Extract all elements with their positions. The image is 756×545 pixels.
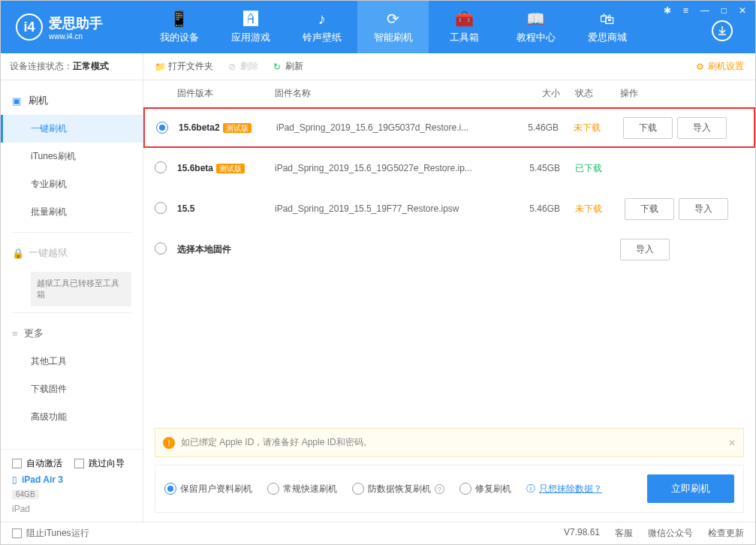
firmware-row[interactable]: 15.6beta测试版 iPad_Spring_2019_15.6_19G502…	[143, 148, 755, 188]
hamburger-icon: ≡	[12, 328, 18, 339]
open-folder-button[interactable]: 📁 打开文件夹	[155, 60, 213, 73]
device-info: 自动激活 跳过向导 ▯ iPad Air 3 64GB iPad	[1, 449, 143, 522]
toolbar: 📁 打开文件夹 ⊘ 删除 ↻ 刷新 ⚙ 刷机设置	[143, 53, 755, 80]
option-normal[interactable]: 常规快速刷机	[267, 483, 337, 495]
col-name: 固件名称	[275, 87, 504, 100]
app-title: 爱思助手	[49, 14, 103, 32]
folder-icon: 📁	[155, 62, 165, 72]
flash-settings-button[interactable]: ⚙ 刷机设置	[694, 60, 744, 73]
firmware-row[interactable]: 15.5 iPad_Spring_2019_15.5_19F77_Restore…	[143, 188, 755, 229]
delete-button: ⊘ 删除	[227, 60, 258, 73]
import-button[interactable]: 导入	[620, 239, 670, 260]
sidebar: 设备连接状态： 正常模式 ▣ 刷机 一键刷机iTunes刷机专业刷机批量刷机 🔒…	[1, 53, 143, 522]
sidebar-item-flash-1[interactable]: iTunes刷机	[1, 143, 143, 170]
beta-badge: 测试版	[223, 123, 251, 133]
sidebar-item-flash-0[interactable]: 一键刷机	[1, 115, 143, 143]
firmware-row[interactable]: 15.6beta2测试版 iPad_Spring_2019_15.6_19G50…	[143, 107, 755, 148]
nav-icon: 📖	[527, 10, 545, 28]
flash-options: 保留用户资料刷机 常规快速刷机 防数据恢复刷机 ? 修复刷机 ⓘ 只想抹除数据？…	[155, 465, 744, 513]
maximize-icon[interactable]: □	[718, 4, 730, 17]
phone-icon: ▣	[12, 95, 23, 106]
list-icon[interactable]: ≡	[680, 4, 691, 17]
device-name[interactable]: iPad Air 3	[22, 474, 63, 485]
sidebar-item-flash-2[interactable]: 专业刷机	[1, 170, 143, 198]
sidebar-jailbreak: 🔒 一键越狱	[1, 239, 143, 267]
menu-icon[interactable]: ✱	[661, 4, 674, 17]
jailbreak-note: 越狱工具已转移至工具箱	[31, 272, 131, 306]
delete-icon: ⊘	[227, 62, 237, 72]
col-version: 固件版本	[177, 87, 275, 100]
firmware-radio[interactable]	[155, 242, 167, 254]
erase-link[interactable]: ⓘ 只想抹除数据？	[526, 483, 602, 495]
firmware-row[interactable]: 选择本地固件 导入	[143, 229, 755, 269]
nav-icon: 🛍	[598, 10, 616, 28]
nav-tab-5[interactable]: 📖教程中心	[500, 1, 571, 53]
close-notice-icon[interactable]: ✕	[728, 438, 736, 448]
nav-icon: ♪	[313, 10, 331, 28]
nav-icon: ⟳	[384, 10, 402, 28]
wechat-link[interactable]: 微信公众号	[648, 527, 693, 540]
nav-tab-3[interactable]: ⟳智能刷机	[357, 1, 429, 53]
download-indicator-icon[interactable]	[712, 20, 733, 41]
block-itunes-label: 阻止iTunes运行	[26, 527, 89, 540]
nav-tabs: 📱我的设备🅰应用游戏♪铃声壁纸⟳智能刷机🧰工具箱📖教程中心🛍爱思商城	[143, 1, 643, 53]
version-label: V7.98.61	[564, 527, 600, 540]
col-size: 大小	[504, 87, 560, 100]
auto-activate-checkbox[interactable]	[12, 459, 22, 468]
nav-tab-4[interactable]: 🧰工具箱	[429, 1, 500, 53]
firmware-radio[interactable]	[155, 202, 167, 214]
nav-tab-1[interactable]: 🅰应用游戏	[215, 1, 286, 53]
firmware-radio[interactable]	[155, 161, 167, 173]
warning-icon: !	[163, 437, 175, 449]
sidebar-item-more-2[interactable]: 高级功能	[1, 403, 143, 431]
refresh-icon: ↻	[272, 62, 282, 72]
skip-guide-checkbox[interactable]	[74, 459, 84, 468]
main-panel: 📁 打开文件夹 ⊘ 删除 ↻ 刷新 ⚙ 刷机设置 固件版本 固件名称 大小 状态…	[143, 53, 755, 522]
sidebar-flash-title[interactable]: ▣ 刷机	[1, 86, 143, 115]
option-keep-data[interactable]: 保留用户资料刷机	[164, 483, 252, 495]
info-icon: ⓘ	[526, 483, 535, 495]
option-recover[interactable]: 防数据恢复刷机 ?	[352, 483, 444, 495]
connection-status: 设备连接状态： 正常模式	[1, 53, 143, 80]
sidebar-more[interactable]: ≡ 更多	[1, 319, 143, 348]
col-action: 操作	[620, 87, 744, 100]
block-itunes-checkbox[interactable]	[12, 528, 22, 538]
logo: i4 爱思助手 www.i4.cn	[1, 14, 143, 41]
service-link[interactable]: 客服	[615, 527, 633, 540]
storage-badge: 64GB	[12, 489, 39, 499]
nav-icon: 🅰	[242, 10, 260, 28]
import-button[interactable]: 导入	[679, 198, 728, 220]
footer: 阻止iTunes运行 V7.98.61 客服 微信公众号 检查更新	[1, 522, 755, 544]
sidebar-item-more-0[interactable]: 其他工具	[1, 348, 143, 375]
logo-icon: i4	[16, 14, 43, 41]
close-icon[interactable]: ✕	[736, 4, 749, 17]
refresh-button[interactable]: ↻ 刷新	[272, 60, 303, 73]
nav-icon: 🧰	[456, 10, 474, 28]
option-repair[interactable]: 修复刷机	[459, 483, 511, 495]
sidebar-item-more-1[interactable]: 下载固件	[1, 375, 143, 403]
download-button[interactable]: 下载	[625, 198, 674, 220]
table-header: 固件版本 固件名称 大小 状态 操作	[143, 80, 755, 107]
nav-tab-0[interactable]: 📱我的设备	[143, 1, 215, 53]
update-link[interactable]: 检查更新	[708, 527, 744, 540]
window-controls: ✱ ≡ — □ ✕	[661, 4, 749, 17]
gear-icon: ⚙	[694, 62, 705, 72]
beta-badge: 测试版	[216, 164, 245, 173]
nav-tab-2[interactable]: ♪铃声壁纸	[286, 1, 357, 53]
download-button[interactable]: 下载	[623, 117, 673, 139]
flash-now-button[interactable]: 立即刷机	[647, 474, 734, 503]
minimize-icon[interactable]: —	[697, 4, 712, 17]
nav-tab-6[interactable]: 🛍爱思商城	[571, 1, 643, 53]
nav-icon: 📱	[170, 10, 188, 28]
sidebar-item-flash-3[interactable]: 批量刷机	[1, 198, 143, 226]
notice-bar: ! 如已绑定 Apple ID，请准备好 Apple ID和密码。 ✕	[155, 428, 744, 457]
app-header: i4 爱思助手 www.i4.cn 📱我的设备🅰应用游戏♪铃声壁纸⟳智能刷机🧰工…	[1, 1, 755, 53]
help-icon[interactable]: ?	[435, 484, 444, 494]
import-button[interactable]: 导入	[677, 117, 727, 139]
col-status: 状态	[560, 87, 620, 100]
notice-text: 如已绑定 Apple ID，请准备好 Apple ID和密码。	[181, 436, 372, 449]
lock-icon: 🔒	[12, 248, 23, 258]
firmware-radio[interactable]	[156, 122, 168, 134]
app-url: www.i4.cn	[49, 32, 103, 41]
device-type: iPad	[12, 504, 131, 514]
